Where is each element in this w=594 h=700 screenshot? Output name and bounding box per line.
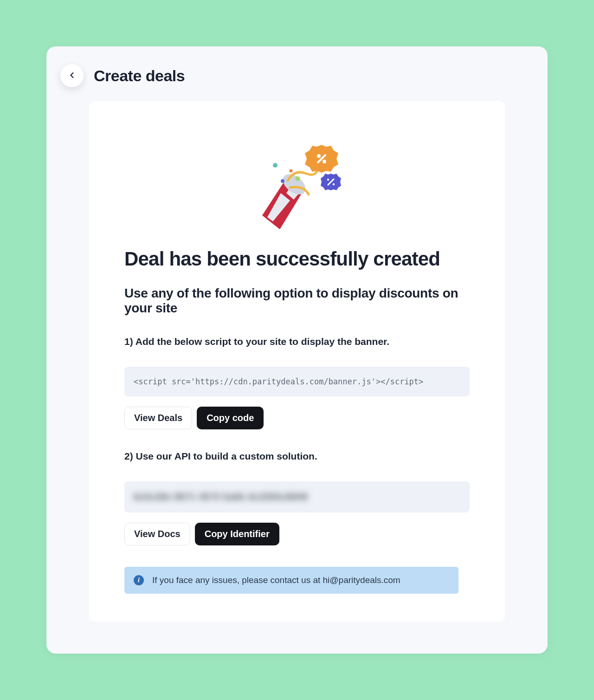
info-icon: i: [134, 575, 144, 585]
svg-rect-3: [295, 176, 300, 181]
view-docs-button[interactable]: View Docs: [124, 523, 190, 545]
app-window: Create deals: [46, 46, 548, 654]
svg-point-2: [281, 179, 284, 183]
step2-label: 2) Use our API to build a custom solutio…: [124, 451, 470, 462]
back-button[interactable]: [60, 64, 84, 87]
svg-point-5: [317, 154, 321, 158]
success-title: Deal has been successfully created: [124, 248, 470, 270]
content-card: Deal has been successfully created Use a…: [89, 101, 505, 622]
script-code-block[interactable]: <script src='https://cdn.paritydeals.com…: [124, 367, 470, 396]
copy-code-button[interactable]: Copy code: [197, 407, 264, 429]
info-text: If you face any issues, please contact u…: [152, 575, 400, 585]
svg-point-1: [273, 163, 278, 168]
view-deals-button[interactable]: View Deals: [124, 407, 192, 429]
success-illustration: [124, 136, 470, 229]
success-subtitle: Use any of the following option to displ…: [124, 286, 470, 316]
identifier-block[interactable]: 6c5c28e 8671 4573 5a6b dc3393c8848: [124, 481, 470, 512]
script-code-text: <script src='https://cdn.paritydeals.com…: [134, 377, 423, 386]
svg-point-9: [327, 179, 329, 181]
page-title: Create deals: [94, 67, 185, 85]
page-header: Create deals: [46, 46, 548, 101]
svg-point-4: [290, 169, 293, 173]
chevron-left-icon: [67, 71, 77, 81]
info-banner: i If you face any issues, please contact…: [124, 567, 458, 594]
svg-point-6: [323, 160, 326, 163]
copy-identifier-button[interactable]: Copy Identifier: [195, 523, 279, 545]
identifier-placeholder: 6c5c28e 8671 4573 5a6b dc3393c8848: [134, 492, 308, 502]
step1-label: 1) Add the below script to your site to …: [124, 336, 470, 347]
svg-point-10: [333, 183, 335, 185]
